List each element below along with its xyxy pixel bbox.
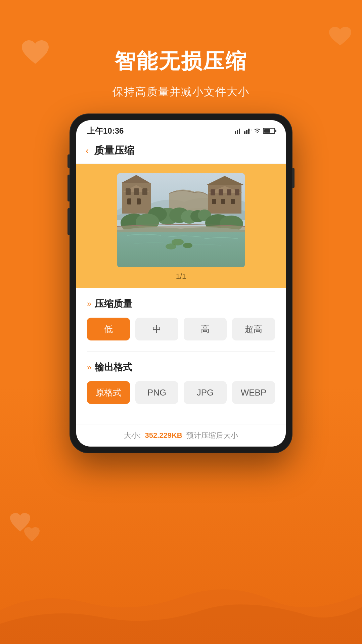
- status-icons: HD: [235, 128, 275, 134]
- app-title: 质量压缩: [94, 144, 134, 157]
- svg-rect-2: [239, 129, 240, 134]
- quality-section-header: » 压缩质量: [87, 297, 275, 310]
- page-indicator: 1/1: [176, 272, 186, 281]
- format-option-original[interactable]: 原格式: [87, 381, 130, 404]
- quality-option-ultra[interactable]: 超高: [232, 318, 275, 340]
- bottom-bar: 大小: 352.229KB 预计压缩后大小: [76, 424, 286, 447]
- signal2-icon: HD: [244, 128, 252, 134]
- wifi-icon: [254, 128, 261, 134]
- svg-text:HD: HD: [250, 129, 252, 132]
- svg-rect-4: [246, 130, 247, 134]
- app-header: ‹ 质量压缩: [76, 139, 286, 164]
- phone-side-button-left-1: [67, 154, 70, 168]
- back-button[interactable]: ‹: [86, 145, 89, 156]
- quality-option-high[interactable]: 高: [184, 318, 227, 340]
- format-option-jpg[interactable]: JPG: [184, 381, 227, 404]
- section-divider: [87, 351, 275, 352]
- settings-panel: » 压缩质量 低 中 高 超高 » 输出格式 原格式 PNG: [76, 288, 286, 424]
- signal-icon: [235, 128, 242, 134]
- svg-rect-1: [237, 130, 238, 134]
- format-section-header: » 输出格式: [87, 361, 275, 374]
- estimated-label: 预计压缩后大小: [186, 430, 238, 441]
- preview-image[interactable]: [117, 173, 245, 267]
- current-size-prefix: 大小:: [124, 430, 141, 441]
- current-size-value: 352.229KB: [145, 431, 182, 440]
- phone-screen: 上午10:36 HD: [76, 120, 286, 447]
- svg-rect-0: [235, 131, 236, 134]
- format-options: 原格式 PNG JPG WEBP: [87, 381, 275, 404]
- format-option-webp[interactable]: WEBP: [232, 381, 275, 404]
- format-section-icon: »: [87, 363, 91, 372]
- image-container: [87, 173, 275, 267]
- hero-title: 智能无损压缩: [0, 47, 362, 75]
- deco-heart-top-right-icon: [328, 27, 352, 47]
- quality-section-icon: »: [87, 299, 91, 309]
- image-preview-area: 1/1: [76, 164, 286, 288]
- svg-rect-37: [117, 173, 245, 267]
- deco-hearts-bottom-left-icon: [10, 513, 44, 543]
- quality-section-title: 压缩质量: [95, 297, 132, 310]
- format-section-title: 输出格式: [95, 361, 132, 374]
- svg-rect-3: [244, 131, 245, 134]
- quality-option-low[interactable]: 低: [87, 318, 130, 340]
- status-time: 上午10:36: [87, 126, 124, 136]
- phone-side-button-left-3: [67, 208, 70, 235]
- phone-mockup: 上午10:36 HD: [70, 114, 292, 453]
- wave-decoration-icon: [0, 570, 362, 644]
- phone-frame: 上午10:36 HD: [70, 114, 292, 453]
- battery-icon: [263, 128, 275, 134]
- hero-section: 智能无损压缩 保持高质量并减小文件大小: [0, 47, 362, 99]
- quality-option-mid[interactable]: 中: [135, 318, 178, 340]
- status-bar: 上午10:36 HD: [76, 120, 286, 139]
- hero-subtitle: 保持高质量并减小文件大小: [0, 85, 362, 99]
- landscape-svg: [117, 173, 245, 267]
- phone-side-button-right: [292, 168, 295, 188]
- phone-side-button-left-2: [67, 175, 70, 201]
- quality-options: 低 中 高 超高: [87, 318, 275, 340]
- format-option-png[interactable]: PNG: [135, 381, 178, 404]
